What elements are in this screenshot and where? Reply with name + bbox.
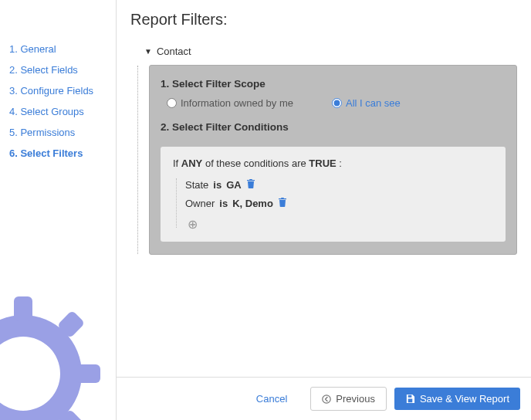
condition-op: is bbox=[213, 179, 222, 191]
svg-rect-4 bbox=[76, 364, 100, 383]
svg-rect-1 bbox=[14, 296, 32, 321]
svg-point-0 bbox=[0, 340, 57, 408]
wizard-sidebar: 1. General 2. Select Fields 3. Configure… bbox=[0, 0, 116, 420]
arrow-left-icon bbox=[322, 395, 331, 404]
scope-radio-owned-label: Information owned by me bbox=[181, 97, 293, 109]
cancel-button[interactable]: Cancel bbox=[245, 388, 298, 410]
svg-point-9 bbox=[323, 395, 330, 402]
condition-row[interactable]: State is GA bbox=[185, 175, 493, 194]
sidebar-step-configure-fields[interactable]: 3. Configure Fields bbox=[9, 80, 116, 101]
page-title: Report Filters: bbox=[117, 0, 531, 42]
conditions-heading: 2. Select Filter Conditions bbox=[161, 120, 506, 141]
gear-decoration-icon bbox=[0, 296, 100, 420]
previous-button[interactable]: Previous bbox=[310, 387, 387, 411]
footer-actions: Cancel Previous Save & View Report bbox=[117, 377, 531, 420]
cond-intro-quant: ANY bbox=[181, 158, 202, 169]
scope-radio-all[interactable]: All I can see bbox=[332, 97, 401, 109]
save-button-label: Save & View Report bbox=[420, 393, 509, 405]
scope-radio-all-label: All I can see bbox=[346, 97, 401, 109]
tree-node-label: Contact bbox=[157, 46, 191, 57]
svg-rect-6 bbox=[57, 310, 86, 339]
conditions-intro: If ANY of these conditions are TRUE : bbox=[173, 158, 493, 175]
sidebar-step-permissions[interactable]: 5. Permissions bbox=[9, 122, 116, 143]
cond-intro-mid: of these conditions are bbox=[202, 158, 309, 169]
sidebar-step-select-fields[interactable]: 2. Select Fields bbox=[9, 59, 116, 80]
conditions-panel: If ANY of these conditions are TRUE : St… bbox=[161, 147, 506, 242]
sidebar-step-select-groups[interactable]: 4. Select Groups bbox=[9, 101, 116, 122]
scope-radio-owned[interactable]: Information owned by me bbox=[167, 97, 293, 109]
trash-icon[interactable] bbox=[278, 197, 287, 209]
filter-config-panel: 1. Select Filter Scope Information owned… bbox=[149, 65, 517, 255]
trash-icon[interactable] bbox=[246, 178, 255, 191]
cond-intro-suffix: : bbox=[337, 158, 342, 169]
sidebar-step-select-filters[interactable]: 6. Select Filters bbox=[9, 143, 116, 164]
save-icon bbox=[405, 394, 415, 404]
caret-down-icon: ▼ bbox=[144, 47, 152, 56]
sidebar-step-general[interactable]: 1. General bbox=[9, 39, 116, 59]
cond-intro-bool: TRUE bbox=[309, 158, 336, 169]
scope-radio-all-input[interactable] bbox=[332, 98, 342, 108]
tree-node-contact[interactable]: ▼ Contact bbox=[130, 42, 517, 65]
condition-value: K, Demo bbox=[232, 198, 273, 209]
cond-intro-prefix: If bbox=[173, 158, 181, 169]
previous-button-label: Previous bbox=[336, 393, 375, 405]
condition-row[interactable]: Owner is K, Demo bbox=[185, 194, 493, 212]
condition-op: is bbox=[219, 198, 228, 209]
condition-field: Owner bbox=[185, 198, 215, 209]
scope-radio-owned-input[interactable] bbox=[167, 98, 177, 108]
condition-field: State bbox=[185, 179, 208, 191]
scope-heading: 1. Select Filter Scope bbox=[161, 76, 506, 97]
svg-rect-8 bbox=[57, 409, 86, 420]
add-condition-button[interactable]: ⊕ bbox=[185, 217, 199, 231]
condition-value: GA bbox=[226, 179, 242, 191]
save-view-report-button[interactable]: Save & View Report bbox=[394, 388, 520, 410]
